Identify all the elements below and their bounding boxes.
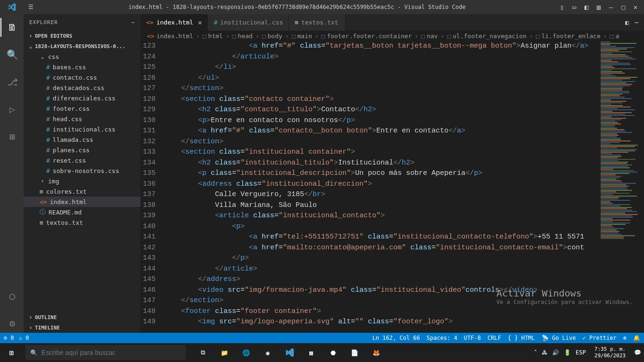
status-warnings[interactable]: ⚠ 0 bbox=[19, 335, 29, 341]
file-explorer-icon[interactable]: 📁 bbox=[214, 343, 235, 362]
status-cursor-position[interactable]: Ln 162, Col 66 bbox=[372, 335, 420, 341]
outline-section[interactable]: ›OUTLINE bbox=[24, 312, 140, 322]
tray-volume-icon[interactable]: 🔊 bbox=[552, 349, 559, 356]
status-encoding[interactable]: UTF-8 bbox=[464, 335, 481, 341]
breadcrumb[interactable]: <>index.html›⬚html›⬚head›⬚body›⬚main›⬚fo… bbox=[140, 31, 644, 41]
file-index.html[interactable]: <>index.html bbox=[24, 197, 140, 207]
tab-institucional.css[interactable]: #institucional.css bbox=[208, 14, 289, 31]
status-language[interactable]: { } HTML bbox=[508, 335, 535, 341]
file-head.css[interactable]: #head.css bbox=[24, 114, 140, 124]
hamburger-menu-icon[interactable]: ☰ bbox=[24, 4, 38, 10]
file-textos.txt[interactable]: ≡textos.txt bbox=[24, 217, 140, 228]
run-debug-icon[interactable]: ▷ bbox=[0, 100, 23, 119]
firefox-icon[interactable]: 🦊 bbox=[366, 343, 387, 362]
taskbar-search[interactable]: 🔍 bbox=[25, 345, 186, 360]
file-sobre-nosotros.css[interactable]: #sobre-nosotros.css bbox=[24, 165, 140, 176]
activity-bar: 🗎 🔍 ⎇ ▷ ⊞ ◯ ⚙ bbox=[0, 14, 24, 333]
file-planes.css[interactable]: #planes.css bbox=[24, 145, 140, 155]
file-llamada.css[interactable]: #llamada.css bbox=[24, 134, 140, 145]
tab-index.html[interactable]: <>index.html× bbox=[140, 14, 208, 31]
explorer-title: EXPLORER bbox=[29, 19, 58, 25]
status-feedback-icon[interactable]: ⊕ bbox=[623, 335, 627, 341]
taskbar-search-input[interactable] bbox=[41, 349, 181, 356]
timeline-section[interactable]: ›TIMELINE bbox=[24, 322, 140, 333]
more-actions-icon[interactable]: ⋯ bbox=[131, 19, 135, 25]
tray-chevron-icon[interactable]: ˄ bbox=[534, 349, 537, 356]
editor-area: <>index.html×#institucional.css≡textos.t… bbox=[140, 14, 644, 333]
status-eol[interactable]: CRLF bbox=[487, 335, 501, 341]
tray-clock[interactable]: 7:35 p. m. 29/06/2023 bbox=[591, 346, 629, 359]
layout-sidebar-icon[interactable]: ◧ bbox=[581, 3, 592, 11]
file-footer.css[interactable]: #footer.css bbox=[24, 103, 140, 114]
folder-css[interactable]: ⌄css bbox=[24, 51, 140, 62]
status-golive[interactable]: 📡 Go Live bbox=[542, 335, 576, 341]
app5-icon[interactable]: ▦ bbox=[301, 343, 322, 362]
explorer-icon[interactable]: 🗎 bbox=[0, 18, 23, 37]
title-bar: ☰ index.html - 1828-layouts-responsivos-… bbox=[0, 0, 644, 14]
windows-taskbar: ⊞ 🔍 ⧉ 📁 🌐 ◉ ▦ ⬣ 📄 🦊 ˄ 🖧 🔊 🔋 ESP 7:35 p. … bbox=[0, 343, 644, 362]
start-button[interactable]: ⊞ bbox=[0, 348, 23, 357]
app6-icon[interactable]: ⬣ bbox=[322, 343, 343, 362]
file-bases.css[interactable]: #bases.css bbox=[24, 62, 140, 72]
line-gutter: 123 124 125 126 127 128 129 130 131 132 … bbox=[140, 41, 164, 333]
status-errors[interactable]: ⊘ 0 bbox=[4, 335, 14, 341]
explorer-sidebar: EXPLORER ⋯ ›OPEN EDITORS ⌄1828-LAYOUTS-R… bbox=[24, 14, 140, 333]
search-icon[interactable]: 🔍 bbox=[0, 45, 23, 64]
vscode-taskbar-icon[interactable] bbox=[279, 343, 300, 362]
extensions-icon[interactable]: ⊞ bbox=[0, 127, 23, 146]
file-colores.txt[interactable]: ≡colores.txt bbox=[24, 186, 140, 197]
app7-icon[interactable]: 📄 bbox=[344, 343, 365, 362]
close-icon[interactable]: ✕ bbox=[630, 3, 641, 11]
tray-notifications-icon[interactable]: 💬 bbox=[634, 349, 641, 356]
layout-panel-icon[interactable]: ▭ bbox=[569, 3, 580, 11]
tab-close-icon[interactable]: × bbox=[196, 19, 202, 26]
tray-network-icon[interactable]: 🖧 bbox=[542, 349, 547, 356]
layout-customize-icon[interactable]: ▥ bbox=[593, 3, 604, 11]
layout-editor-icon[interactable]: ▯ bbox=[556, 3, 568, 11]
edge-icon[interactable]: 🌐 bbox=[236, 343, 256, 362]
minimize-icon[interactable]: — bbox=[605, 3, 617, 11]
maximize-icon[interactable]: ▢ bbox=[618, 3, 629, 11]
file-README.md[interactable]: ⓘREADME.md bbox=[24, 207, 140, 217]
window-title: index.html - 1828-layouts-responsivos-0e… bbox=[38, 4, 556, 10]
file-diferenciales.css[interactable]: #diferenciales.css bbox=[24, 93, 140, 103]
file-reset.css[interactable]: #reset.css bbox=[24, 155, 140, 165]
project-root[interactable]: ⌄1828-LAYOUTS-RESPONSIVOS-0... bbox=[24, 41, 140, 51]
accounts-icon[interactable]: ◯ bbox=[0, 287, 23, 305]
windows-activation-watermark: Activar Windows Ve a Configuración para … bbox=[496, 288, 633, 305]
file-destacados.css[interactable]: #destacados.css bbox=[24, 82, 140, 93]
task-view-icon[interactable]: ⧉ bbox=[192, 343, 213, 362]
minimap[interactable] bbox=[599, 41, 644, 286]
status-prettier[interactable]: ✓ Prettier bbox=[583, 335, 617, 341]
tray-battery-icon[interactable]: 🔋 bbox=[564, 349, 571, 356]
file-institucional.css[interactable]: #institucional.css bbox=[24, 124, 140, 134]
status-indentation[interactable]: Spaces: 4 bbox=[427, 335, 457, 341]
file-contacto.css[interactable]: #contacto.css bbox=[24, 72, 140, 82]
settings-gear-icon[interactable]: ⚙ bbox=[0, 314, 23, 333]
source-control-icon[interactable]: ⎇ bbox=[0, 73, 23, 91]
status-notifications-icon[interactable]: 🔔 bbox=[633, 335, 640, 341]
more-editor-actions-icon[interactable]: ⋯ bbox=[635, 19, 638, 26]
split-editor-icon[interactable]: ◧ bbox=[625, 19, 629, 26]
tab-textos.txt[interactable]: ≡textos.txt bbox=[289, 14, 346, 31]
editor-tabs: <>index.html×#institucional.css≡textos.t… bbox=[140, 14, 644, 31]
folder-img[interactable]: ›img bbox=[24, 176, 140, 186]
status-bar: ⊘ 0 ⚠ 0 Ln 162, Col 66 Spaces: 4 UTF-8 C… bbox=[0, 333, 644, 343]
vscode-logo bbox=[0, 3, 24, 11]
chrome-icon[interactable]: ◉ bbox=[257, 343, 278, 362]
search-icon: 🔍 bbox=[30, 349, 38, 356]
tray-language[interactable]: ESP bbox=[576, 349, 586, 356]
open-editors-section[interactable]: ›OPEN EDITORS bbox=[24, 31, 140, 41]
